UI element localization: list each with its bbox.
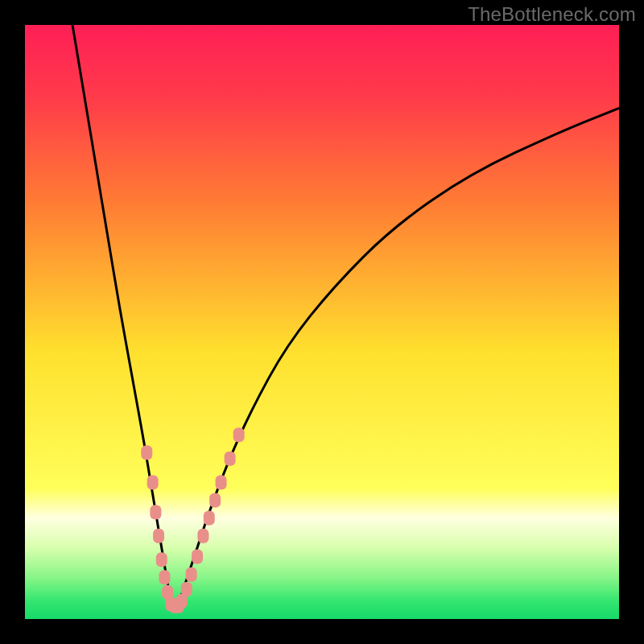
highlight-point [209, 493, 221, 507]
highlight-point [204, 511, 215, 526]
highlight-point [192, 550, 203, 564]
highlight-point [141, 445, 152, 460]
highlight-point [233, 427, 245, 442]
highlight-point [186, 568, 197, 582]
highlight-point [225, 452, 236, 466]
highlight-point [197, 529, 208, 543]
plot-background [25, 25, 619, 619]
highlight-point [147, 475, 159, 489]
bottleneck-chart [0, 0, 644, 644]
chart-frame: TheBottleneck.com [0, 0, 644, 644]
highlight-point [159, 570, 170, 584]
highlight-point [150, 505, 161, 519]
watermark-text: TheBottleneck.com [468, 3, 636, 26]
highlight-point [153, 529, 164, 543]
highlight-point [181, 582, 192, 597]
highlight-point [216, 475, 227, 489]
highlight-point [156, 552, 167, 567]
